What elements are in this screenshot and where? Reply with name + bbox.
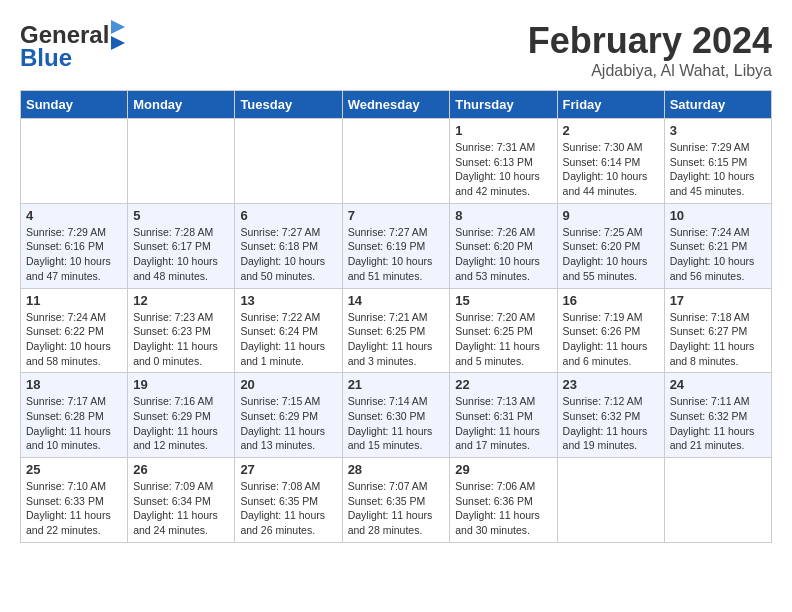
calendar-cell: 7Sunrise: 7:27 AMSunset: 6:19 PMDaylight…: [342, 203, 450, 288]
day-number: 4: [26, 208, 122, 223]
day-number: 28: [348, 462, 445, 477]
day-info: Sunrise: 7:06 AMSunset: 6:36 PMDaylight:…: [455, 479, 551, 538]
calendar-cell: 19Sunrise: 7:16 AMSunset: 6:29 PMDayligh…: [128, 373, 235, 458]
calendar-cell: 17Sunrise: 7:18 AMSunset: 6:27 PMDayligh…: [664, 288, 771, 373]
day-info: Sunrise: 7:08 AMSunset: 6:35 PMDaylight:…: [240, 479, 336, 538]
calendar-cell: [235, 119, 342, 204]
day-number: 9: [563, 208, 659, 223]
day-number: 10: [670, 208, 766, 223]
day-info: Sunrise: 7:22 AMSunset: 6:24 PMDaylight:…: [240, 310, 336, 369]
weekday-header-friday: Friday: [557, 91, 664, 119]
day-info: Sunrise: 7:12 AMSunset: 6:32 PMDaylight:…: [563, 394, 659, 453]
calendar-cell: 26Sunrise: 7:09 AMSunset: 6:34 PMDayligh…: [128, 458, 235, 543]
week-row-5: 25Sunrise: 7:10 AMSunset: 6:33 PMDayligh…: [21, 458, 772, 543]
day-number: 22: [455, 377, 551, 392]
day-info: Sunrise: 7:09 AMSunset: 6:34 PMDaylight:…: [133, 479, 229, 538]
calendar-cell: 29Sunrise: 7:06 AMSunset: 6:36 PMDayligh…: [450, 458, 557, 543]
day-number: 29: [455, 462, 551, 477]
calendar-cell: 5Sunrise: 7:28 AMSunset: 6:17 PMDaylight…: [128, 203, 235, 288]
calendar-cell: 9Sunrise: 7:25 AMSunset: 6:20 PMDaylight…: [557, 203, 664, 288]
calendar-cell: 10Sunrise: 7:24 AMSunset: 6:21 PMDayligh…: [664, 203, 771, 288]
calendar-cell: 25Sunrise: 7:10 AMSunset: 6:33 PMDayligh…: [21, 458, 128, 543]
day-number: 5: [133, 208, 229, 223]
day-number: 19: [133, 377, 229, 392]
day-info: Sunrise: 7:30 AMSunset: 6:14 PMDaylight:…: [563, 140, 659, 199]
day-number: 17: [670, 293, 766, 308]
day-info: Sunrise: 7:24 AMSunset: 6:22 PMDaylight:…: [26, 310, 122, 369]
day-info: Sunrise: 7:19 AMSunset: 6:26 PMDaylight:…: [563, 310, 659, 369]
location-title: Ajdabiya, Al Wahat, Libya: [528, 62, 772, 80]
weekday-header-sunday: Sunday: [21, 91, 128, 119]
day-number: 25: [26, 462, 122, 477]
day-number: 14: [348, 293, 445, 308]
day-number: 8: [455, 208, 551, 223]
calendar-cell: 16Sunrise: 7:19 AMSunset: 6:26 PMDayligh…: [557, 288, 664, 373]
month-title: February 2024: [528, 20, 772, 62]
calendar-cell: [664, 458, 771, 543]
calendar-cell: 1Sunrise: 7:31 AMSunset: 6:13 PMDaylight…: [450, 119, 557, 204]
calendar-cell: 8Sunrise: 7:26 AMSunset: 6:20 PMDaylight…: [450, 203, 557, 288]
day-number: 23: [563, 377, 659, 392]
day-info: Sunrise: 7:31 AMSunset: 6:13 PMDaylight:…: [455, 140, 551, 199]
day-info: Sunrise: 7:18 AMSunset: 6:27 PMDaylight:…: [670, 310, 766, 369]
day-number: 3: [670, 123, 766, 138]
day-info: Sunrise: 7:15 AMSunset: 6:29 PMDaylight:…: [240, 394, 336, 453]
weekday-header-row: SundayMondayTuesdayWednesdayThursdayFrid…: [21, 91, 772, 119]
calendar-cell: 27Sunrise: 7:08 AMSunset: 6:35 PMDayligh…: [235, 458, 342, 543]
day-number: 13: [240, 293, 336, 308]
calendar-cell: 3Sunrise: 7:29 AMSunset: 6:15 PMDaylight…: [664, 119, 771, 204]
day-info: Sunrise: 7:26 AMSunset: 6:20 PMDaylight:…: [455, 225, 551, 284]
day-info: Sunrise: 7:28 AMSunset: 6:17 PMDaylight:…: [133, 225, 229, 284]
weekday-header-tuesday: Tuesday: [235, 91, 342, 119]
day-info: Sunrise: 7:17 AMSunset: 6:28 PMDaylight:…: [26, 394, 122, 453]
day-info: Sunrise: 7:07 AMSunset: 6:35 PMDaylight:…: [348, 479, 445, 538]
day-number: 21: [348, 377, 445, 392]
week-row-3: 11Sunrise: 7:24 AMSunset: 6:22 PMDayligh…: [21, 288, 772, 373]
calendar-cell: 21Sunrise: 7:14 AMSunset: 6:30 PMDayligh…: [342, 373, 450, 458]
day-number: 20: [240, 377, 336, 392]
calendar-cell: 24Sunrise: 7:11 AMSunset: 6:32 PMDayligh…: [664, 373, 771, 458]
calendar-cell: 12Sunrise: 7:23 AMSunset: 6:23 PMDayligh…: [128, 288, 235, 373]
calendar-cell: 15Sunrise: 7:20 AMSunset: 6:25 PMDayligh…: [450, 288, 557, 373]
day-info: Sunrise: 7:23 AMSunset: 6:23 PMDaylight:…: [133, 310, 229, 369]
day-number: 1: [455, 123, 551, 138]
day-number: 26: [133, 462, 229, 477]
day-number: 2: [563, 123, 659, 138]
week-row-1: 1Sunrise: 7:31 AMSunset: 6:13 PMDaylight…: [21, 119, 772, 204]
calendar-cell: 28Sunrise: 7:07 AMSunset: 6:35 PMDayligh…: [342, 458, 450, 543]
weekday-header-saturday: Saturday: [664, 91, 771, 119]
calendar-cell: 22Sunrise: 7:13 AMSunset: 6:31 PMDayligh…: [450, 373, 557, 458]
calendar-cell: 2Sunrise: 7:30 AMSunset: 6:14 PMDaylight…: [557, 119, 664, 204]
day-info: Sunrise: 7:11 AMSunset: 6:32 PMDaylight:…: [670, 394, 766, 453]
day-number: 11: [26, 293, 122, 308]
calendar-cell: 6Sunrise: 7:27 AMSunset: 6:18 PMDaylight…: [235, 203, 342, 288]
day-info: Sunrise: 7:24 AMSunset: 6:21 PMDaylight:…: [670, 225, 766, 284]
calendar-cell: 11Sunrise: 7:24 AMSunset: 6:22 PMDayligh…: [21, 288, 128, 373]
day-info: Sunrise: 7:27 AMSunset: 6:19 PMDaylight:…: [348, 225, 445, 284]
calendar-cell: 23Sunrise: 7:12 AMSunset: 6:32 PMDayligh…: [557, 373, 664, 458]
weekday-header-monday: Monday: [128, 91, 235, 119]
calendar-cell: [21, 119, 128, 204]
day-number: 12: [133, 293, 229, 308]
day-info: Sunrise: 7:13 AMSunset: 6:31 PMDaylight:…: [455, 394, 551, 453]
day-number: 15: [455, 293, 551, 308]
day-info: Sunrise: 7:14 AMSunset: 6:30 PMDaylight:…: [348, 394, 445, 453]
week-row-4: 18Sunrise: 7:17 AMSunset: 6:28 PMDayligh…: [21, 373, 772, 458]
day-number: 7: [348, 208, 445, 223]
day-info: Sunrise: 7:25 AMSunset: 6:20 PMDaylight:…: [563, 225, 659, 284]
day-number: 24: [670, 377, 766, 392]
day-info: Sunrise: 7:21 AMSunset: 6:25 PMDaylight:…: [348, 310, 445, 369]
calendar-table: SundayMondayTuesdayWednesdayThursdayFrid…: [20, 90, 772, 543]
weekday-header-thursday: Thursday: [450, 91, 557, 119]
weekday-header-wednesday: Wednesday: [342, 91, 450, 119]
calendar-cell: 4Sunrise: 7:29 AMSunset: 6:16 PMDaylight…: [21, 203, 128, 288]
calendar-cell: 13Sunrise: 7:22 AMSunset: 6:24 PMDayligh…: [235, 288, 342, 373]
day-number: 18: [26, 377, 122, 392]
calendar-cell: 14Sunrise: 7:21 AMSunset: 6:25 PMDayligh…: [342, 288, 450, 373]
day-number: 27: [240, 462, 336, 477]
day-number: 16: [563, 293, 659, 308]
day-info: Sunrise: 7:29 AMSunset: 6:15 PMDaylight:…: [670, 140, 766, 199]
calendar-cell: [342, 119, 450, 204]
logo: General Blue: [20, 20, 125, 72]
title-block: February 2024 Ajdabiya, Al Wahat, Libya: [528, 20, 772, 80]
